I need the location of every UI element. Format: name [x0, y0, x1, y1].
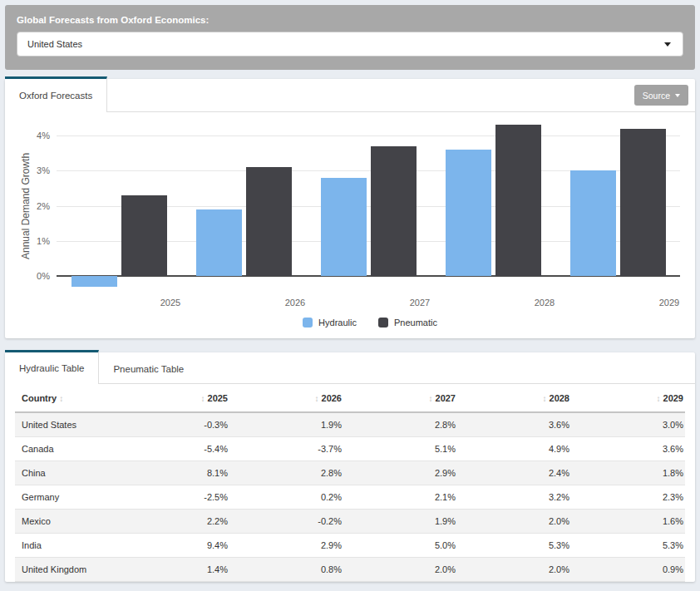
column-header-label: Country: [22, 393, 57, 403]
cell-2026: 2.9%: [229, 533, 343, 557]
column-header-2026[interactable]: ↕2026: [229, 384, 343, 412]
cell-2029: 5.3%: [571, 533, 685, 557]
country-dropdown[interactable]: United States: [17, 32, 683, 57]
table-row: United States-0.3%1.9%2.8%3.6%3.0%: [15, 412, 685, 436]
chart-tabbar: Oxford Forecasts Source: [5, 79, 695, 112]
cell-2027: 2.9%: [343, 460, 457, 485]
cell-2026: 0.2%: [229, 485, 343, 509]
x-axis-label: 2027: [357, 298, 482, 308]
table-row: Mexico2.2%-0.2%1.9%2.0%1.6%: [15, 509, 685, 533]
x-axis-label: 2029: [607, 298, 700, 308]
column-header-label: 2027: [436, 393, 456, 403]
tab-hydraulic-table[interactable]: Hydraulic Table: [5, 350, 99, 384]
column-header-label: 2026: [322, 393, 342, 403]
cell-country: India: [15, 533, 116, 557]
sort-icon: ↕: [429, 394, 433, 403]
legend-item-hydraulic[interactable]: Hydraulic: [303, 318, 357, 328]
chart-legend: HydraulicPneumatic: [57, 312, 683, 333]
cell-2027: 5.1%: [343, 436, 457, 460]
tab-label: Hydraulic Table: [19, 363, 84, 373]
tab-label: Pneumatic Table: [113, 364, 184, 374]
sort-icon: ↕: [543, 394, 547, 403]
cell-2027: 2.8%: [343, 412, 457, 436]
cell-2028: 3.6%: [457, 412, 571, 436]
plot-area: 0%1%2%3%4%: [57, 121, 680, 292]
bar-hydraulic-2025[interactable]: [71, 276, 117, 287]
cell-country: China: [15, 460, 116, 485]
bar-pneumatic-2025[interactable]: [121, 195, 167, 276]
legend-item-pneumatic[interactable]: Pneumatic: [378, 318, 437, 328]
y-axis-tick-label: 2%: [10, 201, 50, 211]
cell-2027: 5.0%: [343, 533, 457, 557]
sort-icon: ↕: [315, 394, 319, 403]
cell-2026: 0.8%: [229, 557, 343, 581]
legend-label: Hydraulic: [318, 318, 357, 328]
table-card: Hydraulic TablePneumatic Table Country↕↕…: [5, 352, 695, 582]
bar-pneumatic-2028[interactable]: [495, 125, 541, 276]
y-axis-tick-label: 3%: [10, 165, 50, 175]
x-axis-label: 2026: [233, 298, 357, 308]
table-row: Canada-5.4%-3.7%5.1%4.9%3.6%: [15, 436, 685, 460]
y-axis-tick-label: 4%: [10, 131, 50, 140]
bar-hydraulic-2027[interactable]: [321, 178, 367, 276]
cell-2026: -3.7%: [229, 436, 343, 460]
cell-2025: 1.4%: [116, 557, 229, 581]
cell-country: United States: [15, 412, 116, 436]
y-axis-tick-label: 0%: [10, 271, 50, 281]
column-header-label: 2028: [550, 393, 569, 403]
cell-2025: 8.1%: [116, 460, 229, 485]
bar-pneumatic-2026[interactable]: [246, 167, 292, 276]
cell-2029: 1.8%: [571, 460, 685, 485]
column-header-2027[interactable]: ↕2027: [343, 384, 457, 412]
cell-2025: -2.5%: [116, 485, 229, 509]
sort-icon: ↕: [59, 394, 63, 403]
bar-hydraulic-2028[interactable]: [446, 150, 491, 276]
cell-2026: 1.9%: [229, 412, 343, 436]
cell-2025: -5.4%: [116, 436, 229, 460]
cell-2028: 5.3%: [457, 533, 571, 557]
tab-pneumatic-table[interactable]: Pneumatic Table: [99, 352, 198, 383]
cell-country: Canada: [15, 436, 116, 460]
sort-icon: ↕: [201, 394, 205, 403]
column-header-2029[interactable]: ↕2029: [571, 384, 685, 412]
bar-chart: Annual Demand Growth 0%1%2%3%4% 20252026…: [5, 112, 695, 338]
column-header-2028[interactable]: ↕2028: [457, 384, 571, 412]
column-header-country[interactable]: Country↕: [15, 384, 116, 412]
column-header-label: 2029: [663, 393, 683, 403]
column-header-2025[interactable]: ↕2025: [116, 384, 229, 412]
table-row: India9.4%2.9%5.0%5.3%5.3%: [15, 533, 685, 557]
sort-icon: ↕: [657, 394, 661, 403]
tab-oxford-forecasts[interactable]: Oxford Forecasts: [5, 76, 107, 112]
table-header-row: Country↕↕2025↕2026↕2027↕2028↕2029: [15, 384, 685, 412]
source-button[interactable]: Source: [634, 85, 688, 106]
table-row: Germany-2.5%0.2%2.1%3.2%2.3%: [15, 485, 685, 509]
cell-country: United Kingdom: [15, 557, 116, 581]
cell-2028: 2.4%: [457, 460, 571, 485]
chart-card: Oxford Forecasts Source Annual Demand Gr…: [5, 79, 695, 338]
legend-swatch: [378, 318, 388, 328]
forecast-selector-label: Global Forecasts from Oxford Economics:: [17, 15, 683, 25]
bar-pneumatic-2029[interactable]: [620, 129, 666, 276]
cell-2029: 1.6%: [571, 509, 685, 533]
cell-2028: 2.0%: [457, 557, 571, 581]
x-axis-labels: 20252026202720282029: [108, 292, 700, 312]
cell-2029: 3.0%: [571, 412, 685, 436]
cell-2028: 2.0%: [457, 509, 571, 533]
cell-2028: 3.2%: [457, 485, 571, 509]
x-axis-label: 2028: [482, 298, 607, 308]
bar-pneumatic-2027[interactable]: [371, 146, 417, 276]
cell-2029: 0.9%: [571, 557, 685, 581]
cell-2028: 4.9%: [457, 436, 571, 460]
bar-hydraulic-2029[interactable]: [570, 170, 616, 276]
x-axis-label: 2025: [108, 298, 233, 308]
bar-hydraulic-2026[interactable]: [196, 209, 242, 276]
cell-2025: 2.2%: [116, 509, 229, 533]
gridline: [57, 135, 680, 136]
cell-2027: 2.0%: [343, 557, 457, 581]
country-dropdown-value: United States: [27, 39, 82, 49]
legend-swatch: [303, 318, 313, 328]
y-axis-tick-label: 1%: [10, 236, 50, 246]
cell-2029: 2.3%: [571, 485, 685, 509]
column-header-label: 2025: [208, 393, 228, 403]
hydraulic-table: Country↕↕2025↕2026↕2027↕2028↕2029 United…: [15, 384, 685, 582]
